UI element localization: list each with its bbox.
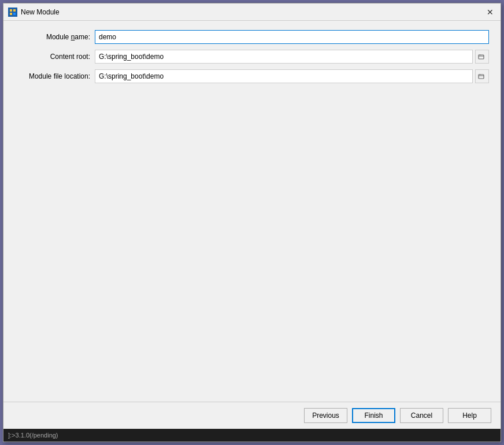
svg-rect-6: [479, 54, 481, 55]
svg-rect-8: [479, 74, 481, 75]
new-module-dialog: New Module ✕ Module name: Content root:: [3, 3, 501, 442]
content-root-browse-button[interactable]: [475, 50, 489, 64]
previous-button[interactable]: Previous: [304, 408, 347, 423]
module-file-location-browse-button[interactable]: [475, 69, 489, 83]
module-file-location-label: Module file location:: [15, 72, 90, 80]
svg-rect-7: [479, 75, 484, 79]
svg-rect-3: [10, 13, 12, 15]
close-button[interactable]: ✕: [484, 6, 496, 18]
content-root-row: Content root:: [15, 50, 489, 64]
content-root-input-wrapper: [95, 50, 489, 64]
form-content: Module name: Content root:: [3, 21, 501, 402]
title-bar-left: New Module: [8, 8, 60, 17]
svg-rect-1: [10, 9, 12, 12]
module-file-location-input[interactable]: [95, 69, 473, 83]
module-name-label: Module name:: [15, 33, 90, 41]
module-name-row: Module name:: [15, 30, 489, 44]
module-file-location-input-wrapper: [95, 69, 489, 83]
svg-rect-4: [13, 13, 16, 15]
svg-rect-2: [13, 9, 16, 12]
app-icon: [8, 8, 17, 17]
dialog-title: New Module: [21, 8, 60, 16]
cancel-button[interactable]: Cancel: [400, 408, 443, 423]
content-root-input[interactable]: [95, 50, 473, 64]
bottom-bar-text: ]:>3.1.0(/pending): [8, 432, 58, 439]
svg-rect-5: [479, 55, 484, 59]
content-root-label: Content root:: [15, 53, 90, 61]
module-name-input[interactable]: [95, 30, 489, 44]
help-button[interactable]: Help: [448, 408, 491, 423]
title-bar: New Module ✕: [3, 3, 501, 21]
finish-button[interactable]: Finish: [352, 408, 395, 423]
module-file-location-row: Module file location:: [15, 69, 489, 83]
button-row: Previous Finish Cancel Help: [3, 402, 501, 429]
bottom-bar: ]:>3.1.0(/pending): [3, 429, 501, 442]
module-name-input-wrapper: [95, 30, 489, 44]
